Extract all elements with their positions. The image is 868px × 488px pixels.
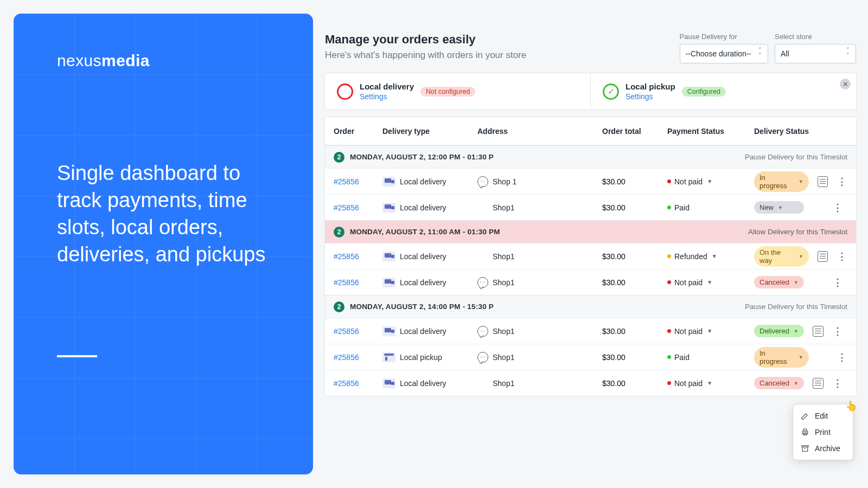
table-row: #25856Local deliveryShop 1$30.00Not paid… <box>325 168 856 194</box>
delivery-status-label: In progress <box>760 349 794 365</box>
select-store-select[interactable]: All <box>775 44 856 63</box>
kebab-icon[interactable]: ⋮ <box>837 176 847 187</box>
order-total: $30.00 <box>602 327 667 336</box>
status-dot-icon <box>667 280 671 284</box>
local-pickup-settings-link[interactable]: Settings <box>626 92 675 101</box>
address-cell: Shop1 <box>477 352 602 363</box>
delivery-status-pill[interactable]: Canceled▼ <box>754 377 804 389</box>
delivery-type-label: Local delivery <box>400 327 446 336</box>
group-timeslot-action[interactable]: Pause Delivery for this Timeslot <box>745 303 847 311</box>
group-count-badge: 2 <box>334 152 344 163</box>
col-order: Order <box>334 127 382 136</box>
table-row: #25856Local deliveryShop1$30.00Not paid▼… <box>325 318 856 344</box>
configured-badge: Configured <box>682 87 726 97</box>
menu-print[interactable]: Print <box>793 424 853 440</box>
note-icon[interactable] <box>818 176 828 187</box>
note-icon[interactable] <box>813 326 824 337</box>
kebab-icon[interactable]: ⋮ <box>832 378 843 389</box>
group-timeslot-action[interactable]: Pause Delivery for this Timeslot <box>745 153 847 161</box>
truck-icon <box>382 278 395 287</box>
kebab-icon[interactable]: ⋮ <box>832 277 843 288</box>
payment-status-cell[interactable]: Refunded▼ <box>667 252 754 261</box>
menu-edit[interactable]: Edit <box>793 408 853 424</box>
delivery-type-label: Local delivery <box>400 278 446 287</box>
status-dot-icon <box>667 355 671 359</box>
truck-icon <box>382 326 395 336</box>
order-id-link[interactable]: #25856 <box>334 353 382 362</box>
delivery-status-pill[interactable]: In progress▼ <box>754 347 809 368</box>
delivery-status-pill[interactable]: In progress▼ <box>754 171 809 192</box>
address-cell: Shop1 <box>477 252 602 261</box>
payment-status-cell[interactable]: Not paid▼ <box>667 379 754 388</box>
kebab-icon[interactable]: ⋮ <box>837 352 847 363</box>
order-id-link[interactable]: #25856 <box>334 177 382 186</box>
configured-icon: ✓ <box>603 84 619 100</box>
delivery-type-label: Local pickup <box>400 353 442 362</box>
timeslot-group-header: 2MONDAY, AUGUST 2, 11:00 AM - 01:30 PMAl… <box>325 220 856 243</box>
order-id-link[interactable]: #25856 <box>334 252 382 261</box>
order-total: $30.00 <box>602 379 667 388</box>
table-row: #25856Local deliveryShop1$30.00Refunded▼… <box>325 243 856 269</box>
chevron-down-icon: ▼ <box>778 205 783 210</box>
pause-delivery-select[interactable]: --Choose duration-- <box>680 44 768 63</box>
payment-status-label: Not paid <box>674 379 703 388</box>
order-id-link[interactable]: #25856 <box>334 327 382 336</box>
chevron-down-icon: ▼ <box>794 381 799 386</box>
table-header: Order Delivery type Address Order total … <box>325 117 856 145</box>
order-total: $30.00 <box>602 177 667 186</box>
order-id-link[interactable]: #25856 <box>334 379 382 388</box>
delivery-type-cell: Local delivery <box>382 378 477 388</box>
pause-delivery-value: --Choose duration-- <box>686 49 751 58</box>
config-cards: Local delivery Settings Not configured ✓… <box>325 73 856 110</box>
delivery-status-pill[interactable]: On the way▼ <box>754 246 809 267</box>
note-icon[interactable] <box>813 378 824 389</box>
chat-icon[interactable] <box>477 326 488 337</box>
order-total: $30.00 <box>602 252 667 261</box>
address-cell: Shop1 <box>477 277 602 288</box>
kebab-icon[interactable]: ⋮ <box>832 326 843 337</box>
payment-status-label: Refunded <box>674 252 707 261</box>
svg-rect-4 <box>802 447 807 451</box>
payment-status-cell[interactable]: Not paid▼ <box>667 327 754 336</box>
order-id-link[interactable]: #25856 <box>334 203 382 212</box>
local-pickup-title: Local pickup <box>626 82 675 91</box>
kebab-icon[interactable]: ⋮ <box>837 251 847 262</box>
menu-archive-label: Archive <box>815 444 840 453</box>
close-icon[interactable]: ✕ <box>840 79 851 89</box>
group-date-label: MONDAY, AUGUST 2, 12:00 PM - 01:30 P <box>350 153 494 161</box>
promo-panel: nexusmedia Single dashboard to track pay… <box>14 14 313 474</box>
order-id-link[interactable]: #25856 <box>334 278 382 287</box>
archive-icon <box>801 444 809 453</box>
delivery-status-label: New <box>760 203 774 211</box>
address-cell: Shop1 <box>477 203 602 212</box>
shop-icon <box>382 352 395 362</box>
delivery-type-label: Local delivery <box>400 379 446 388</box>
page-title: Manage your orders easily <box>325 33 671 47</box>
delivery-type-label: Local delivery <box>400 177 446 186</box>
delivery-status-pill[interactable]: Canceled▼ <box>754 276 804 288</box>
address-label: Shop1 <box>493 327 514 336</box>
delivery-status-pill[interactable]: Delivered▼ <box>754 325 804 337</box>
promo-underline <box>57 355 97 357</box>
chat-icon[interactable] <box>477 352 488 363</box>
delivery-status-pill[interactable]: New▼ <box>754 201 804 214</box>
payment-status-label: Not paid <box>674 177 703 186</box>
note-icon[interactable] <box>818 251 828 262</box>
delivery-status-label: On the way <box>760 248 794 265</box>
delivery-type-cell: Local delivery <box>382 326 477 336</box>
payment-status-cell: Paid <box>667 353 754 362</box>
group-timeslot-action[interactable]: Allow Delivery for this Timeslot <box>748 228 847 236</box>
payment-status-cell[interactable]: Not paid▼ <box>667 278 754 287</box>
delivery-type-cell: Local delivery <box>382 252 477 261</box>
chat-icon[interactable] <box>477 176 488 187</box>
chat-icon[interactable] <box>477 277 488 288</box>
kebab-icon[interactable]: ⋮ <box>832 202 843 213</box>
delivery-type-label: Local delivery <box>400 252 446 261</box>
delivery-status-label: Canceled <box>760 379 789 387</box>
status-dot-icon <box>667 381 671 385</box>
payment-status-cell[interactable]: Not paid▼ <box>667 177 754 186</box>
menu-archive[interactable]: Archive <box>793 440 853 457</box>
chevron-down-icon: ▼ <box>794 280 799 285</box>
local-delivery-settings-link[interactable]: Settings <box>360 92 414 101</box>
status-dot-icon <box>667 206 671 209</box>
